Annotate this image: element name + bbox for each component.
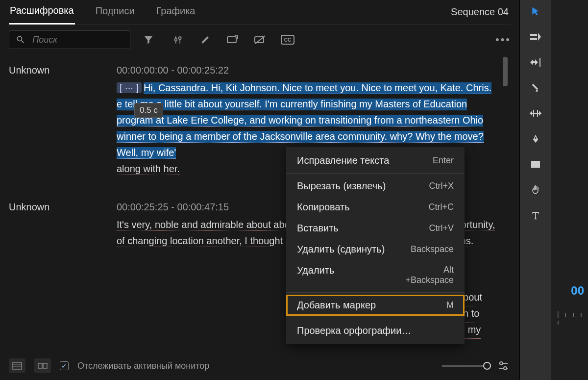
settings-icon[interactable] [496,358,511,373]
menu-delete[interactable]: УдалитьAlt +Backspace [286,260,465,290]
context-menu: Исправление текстаEnter Вырезать (извлеч… [286,147,465,344]
speaker-label[interactable]: Unknown [9,202,97,249]
view-mode-a-icon[interactable] [9,358,25,373]
sequence-label: Sequence 04 [451,6,511,18]
menu-copy[interactable]: КопироватьCtrl+C [286,197,465,218]
tab-bar: Расшифровка Подписи Графика Sequence 04 [9,0,511,25]
razor-tool-icon[interactable] [529,81,542,94]
sliders-icon[interactable] [171,32,185,47]
ripple-tool-icon[interactable] [529,56,542,69]
scrollbar-thumb[interactable] [503,57,508,86]
menu-cut[interactable]: Вырезать (извлечь)Ctrl+X [286,176,465,197]
svg-rect-14 [530,34,537,36]
hand-tool-icon[interactable] [529,183,542,196]
toolbar: CC ••• [9,25,511,55]
more-icon[interactable]: ••• [496,32,511,47]
tools-rail [519,0,551,380]
menu-separator [286,173,465,174]
svg-rect-20 [531,161,540,168]
menu-spellcheck[interactable]: Проверка орфографии… [286,320,465,341]
ruler-ticks: | ı ı ı ı [557,310,588,326]
transcript-panel: Расшифровка Подписи Графика Sequence 04 [0,0,519,380]
menu-paste[interactable]: ВставитьCtrl+V [286,218,465,239]
view-mode-b-icon[interactable] [34,358,51,373]
svg-rect-5 [13,362,22,369]
menu-separator [286,292,465,293]
tab-transcript[interactable]: Расшифровка [9,0,75,25]
footer-bar: ✓ Отслеживать активный монитор [9,358,511,373]
zoom-slider[interactable] [442,358,511,373]
menu-delete-ripple[interactable]: Удалить (сдвинуть)Backspace [286,239,465,260]
ellipsis-marker[interactable]: [ ··· ] [117,82,142,93]
search-input[interactable] [31,34,125,46]
svg-rect-0 [227,37,236,43]
follow-monitor-checkbox[interactable]: ✓ [60,361,69,370]
svg-rect-8 [38,363,42,368]
timecode: 00:00:00:00 - 00:00:25:22 [117,65,496,76]
pause-badge: 0.5 с [134,103,163,118]
filter-icon[interactable] [141,32,156,47]
svg-point-11 [500,362,503,365]
svg-rect-9 [43,363,47,368]
caption-strike-icon[interactable] [253,32,268,47]
tab-graphics[interactable]: Графика [155,0,196,24]
rectangle-tool-icon[interactable] [529,158,542,171]
slip-tool-icon[interactable] [529,107,542,120]
svg-text:CC: CC [284,37,291,43]
timeline-gutter: 00 | ı ı ı ı [551,0,588,380]
pencil-icon[interactable] [198,32,213,47]
svg-point-13 [504,367,507,370]
pen-tool-icon[interactable] [529,132,542,145]
svg-rect-15 [530,38,537,40]
follow-monitor-label: Отслеживать активный монитор [77,361,209,371]
menu-add-marker[interactable]: Добавить маркерM [286,295,465,316]
speaker-label[interactable]: Unknown [9,65,97,177]
search-icon [14,32,26,47]
cc-icon[interactable]: CC [280,32,295,47]
timecode-fragment: 00 [571,284,584,298]
selection-tool-icon[interactable] [529,5,542,18]
tab-captions[interactable]: Подписи [95,0,136,24]
menu-separator [286,318,465,318]
type-tool-icon[interactable] [529,209,542,222]
search-box[interactable] [9,30,130,49]
track-select-tool-icon[interactable] [529,30,542,43]
menu-fix-text[interactable]: Исправление текстаEnter [286,150,465,171]
caption-create-icon[interactable] [225,32,240,47]
